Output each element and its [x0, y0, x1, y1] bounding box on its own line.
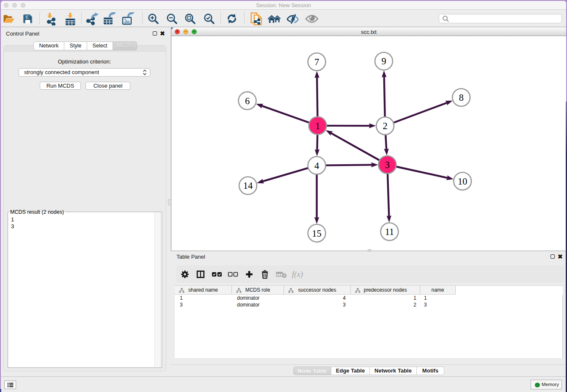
svg-text:1: 1 — [315, 121, 320, 131]
svg-text:6: 6 — [245, 96, 250, 106]
svg-text:9: 9 — [381, 56, 386, 66]
svg-text:8: 8 — [459, 92, 463, 103]
svg-text:3: 3 — [385, 160, 390, 170]
svg-text:4: 4 — [314, 160, 319, 171]
svg-text:11: 11 — [385, 226, 394, 237]
svg-text:2: 2 — [383, 121, 387, 131]
svg-text:15: 15 — [312, 228, 322, 239]
svg-text:10: 10 — [458, 176, 468, 187]
svg-text:14: 14 — [243, 180, 253, 191]
svg-text:7: 7 — [314, 57, 319, 67]
